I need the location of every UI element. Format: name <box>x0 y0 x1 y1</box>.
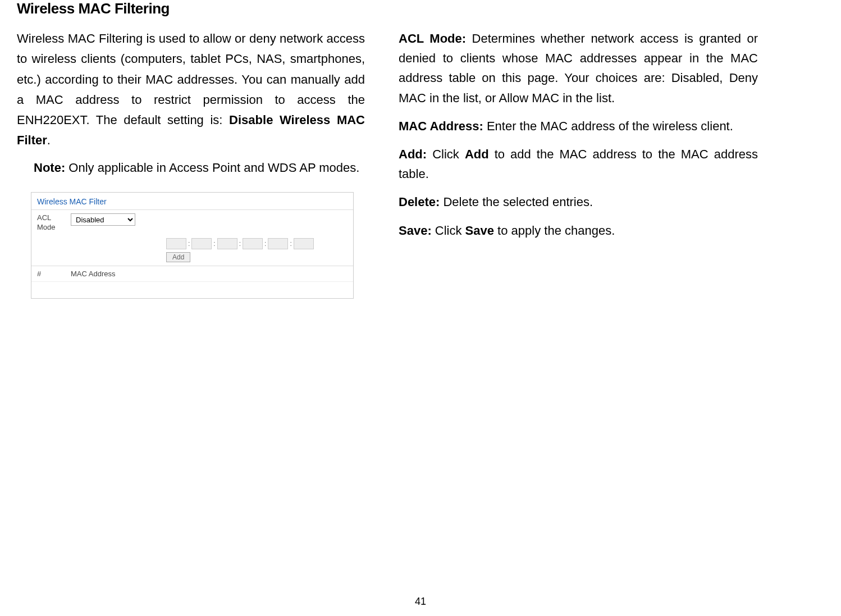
acl-mode-label: ACL Mode <box>37 213 71 232</box>
page-number: 41 <box>415 596 426 608</box>
mac-def-text: Enter the MAC address of the wireless cl… <box>487 119 733 133</box>
left-column: Wireless MAC Filtering is used to allow … <box>17 29 365 299</box>
mac-filter-title: Wireless MAC Filter <box>31 193 353 210</box>
column-number: # <box>37 270 71 278</box>
colon-5: : <box>290 240 291 248</box>
content-columns: Wireless MAC Filtering is used to allow … <box>17 29 824 299</box>
add-def-label: Add: <box>399 147 432 161</box>
mac-octet-6[interactable] <box>294 238 314 249</box>
colon-2: : <box>213 240 215 248</box>
delete-def-text: Delete the selected entries. <box>443 195 593 209</box>
mac-filter-panel: Wireless MAC Filter ACL Mode Disabled : … <box>31 192 354 299</box>
add-definition: Add: Click Add to add the MAC address to… <box>399 144 758 184</box>
save-def-text2: to apply the changes. <box>494 223 615 238</box>
acl-def-label: ACL Mode: <box>399 31 472 45</box>
page-title: Wireless MAC Filtering <box>17 0 824 17</box>
add-button-row: Add <box>31 250 353 266</box>
acl-mode-definition: ACL Mode: Determines whether network acc… <box>399 29 758 108</box>
mac-octet-3[interactable] <box>217 238 237 249</box>
save-def-bold: Save <box>465 223 494 238</box>
delete-definition: Delete: Delete the selected entries. <box>399 192 758 212</box>
add-def-bold: Add <box>465 147 489 161</box>
acl-mode-row: ACL Mode Disabled <box>31 210 353 236</box>
mac-octet-1[interactable] <box>166 238 186 249</box>
colon-4: : <box>264 240 266 248</box>
mac-input-row: : : : : : <box>31 236 353 250</box>
mac-octet-5[interactable] <box>268 238 288 249</box>
mac-address-definition: MAC Address: Enter the MAC address of th… <box>399 116 758 136</box>
note-paragraph: Note: Only applicable in Access Point an… <box>17 158 365 178</box>
mac-table-header: # MAC Address <box>31 266 353 281</box>
mac-table-empty-row <box>31 281 353 298</box>
delete-def-label: Delete: <box>399 195 443 209</box>
mac-def-label: MAC Address: <box>399 119 487 133</box>
add-button[interactable]: Add <box>166 252 190 262</box>
add-def-text1: Click <box>432 147 465 161</box>
colon-1: : <box>188 240 190 248</box>
note-label: Note: <box>34 161 65 175</box>
intro-paragraph: Wireless MAC Filtering is used to allow … <box>17 29 365 151</box>
note-text: Only applicable in Access Point and WDS … <box>65 161 359 175</box>
mac-octet-4[interactable] <box>243 238 263 249</box>
colon-3: : <box>239 240 241 248</box>
save-def-label: Save: <box>399 223 435 238</box>
save-definition: Save: Click Save to apply the changes. <box>399 221 758 240</box>
acl-mode-select[interactable]: Disabled <box>71 213 135 226</box>
intro-end: . <box>47 133 51 147</box>
column-mac-address: MAC Address <box>71 270 348 278</box>
save-def-text1: Click <box>435 223 465 238</box>
mac-octet-2[interactable] <box>191 238 212 249</box>
right-column: ACL Mode: Determines whether network acc… <box>399 29 758 299</box>
